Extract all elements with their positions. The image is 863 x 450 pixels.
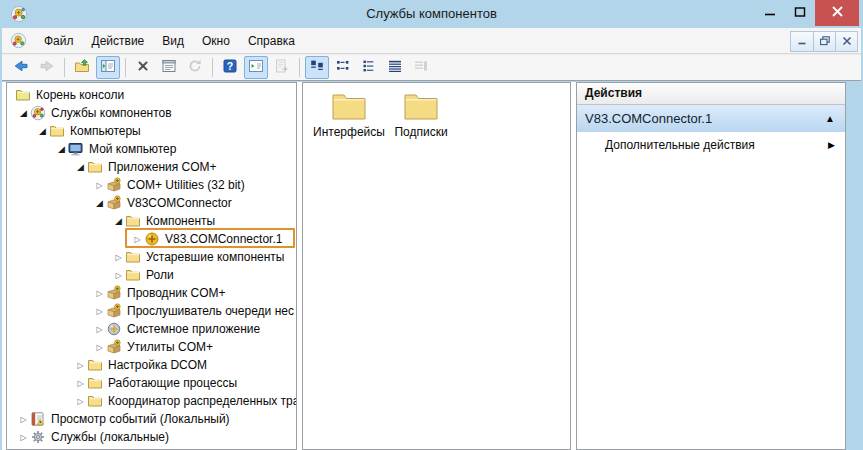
menu-bar: ФайлДействиеВидОкноСправка (2, 28, 861, 54)
tree-item-label: Компоненты (146, 214, 215, 228)
tree-item[interactable]: ▷Координатор распределенных тра (7, 392, 296, 410)
new-window-button[interactable] (244, 56, 268, 79)
titlebar[interactable]: Службы компонентов (0, 0, 863, 28)
delete-button[interactable] (131, 56, 155, 79)
tree-item-label: Корень консоли (36, 88, 124, 102)
tree-item[interactable]: ▷COM+ Utilities (32 bit) (7, 176, 296, 194)
main-area: Корень консоли◢Службы компонентов◢Компью… (2, 82, 861, 450)
minimize-button[interactable] (755, 0, 785, 26)
tree-item[interactable]: ▷Прослушиватель очереди нес (7, 302, 296, 320)
back-button[interactable] (9, 56, 33, 79)
tree-item[interactable]: ◢Компоненты (7, 212, 296, 230)
toolbar-separator (125, 58, 126, 77)
large-icons-icon (309, 58, 325, 77)
tree-item-label: Приложения COM+ (108, 160, 217, 174)
tree-item[interactable]: ▷Настройка DCOM (7, 356, 296, 374)
menu-item-3[interactable]: Окно (193, 30, 239, 52)
expander-closed-icon[interactable]: ▷ (112, 253, 125, 262)
tree-item[interactable]: ◢Приложения COM+ (7, 158, 296, 176)
expander-open-icon[interactable]: ◢ (17, 108, 30, 118)
menu-item-1[interactable]: Действие (83, 30, 154, 52)
mdi-minimize-icon (796, 35, 808, 49)
expander-closed-icon[interactable]: ▷ (74, 361, 87, 370)
folder-icon (87, 159, 103, 175)
up-level-button[interactable] (70, 56, 94, 79)
expander-closed-icon[interactable]: ▷ (131, 235, 144, 244)
folder-large-icon (331, 91, 367, 121)
tree-item[interactable]: ▷Утилиты COM+ (7, 338, 296, 356)
console-tree-button[interactable] (96, 56, 120, 79)
expander-closed-icon[interactable]: ▷ (74, 379, 87, 388)
mdi-minimize-button[interactable] (791, 32, 813, 51)
tree-item-label: Роли (146, 268, 174, 282)
tree-item[interactable]: ▷Работающие процессы (7, 374, 296, 392)
tree-item[interactable]: ◢Мой компьютер (7, 140, 296, 158)
expander-open-icon[interactable]: ◢ (74, 162, 87, 172)
tree-item[interactable]: ◢Службы компонентов (7, 104, 296, 122)
expander-closed-icon[interactable]: ▷ (93, 181, 106, 190)
folder-icon (87, 375, 103, 391)
menu-item-4[interactable]: Справка (239, 30, 304, 52)
window-frame (846, 82, 861, 450)
minimize-icon (764, 6, 776, 21)
expander-closed-icon[interactable]: ▷ (17, 433, 30, 442)
tree-item[interactable]: ▷Службы (локальные) (7, 428, 296, 446)
expander-closed-icon[interactable]: ▷ (74, 397, 87, 406)
menu-item-0[interactable]: Файл (35, 30, 83, 52)
expander-closed-icon[interactable]: ▷ (93, 325, 106, 334)
small-icons-button[interactable] (331, 56, 355, 79)
tree-item[interactable]: ▷Роли (7, 266, 296, 284)
expander-closed-icon[interactable]: ▷ (112, 271, 125, 280)
toolbar-separator (212, 58, 213, 77)
console-tree-panel: Корень консоли◢Службы компонентов◢Компью… (6, 82, 297, 450)
toolbar-separator (299, 58, 300, 77)
expander-closed-icon[interactable]: ▷ (17, 415, 30, 424)
action-item[interactable]: Дополнительные действия▶ (577, 132, 845, 157)
console-app-icon (10, 32, 27, 49)
tree-item[interactable]: Корень консоли (7, 86, 296, 104)
tree-item-label: Проводник COM+ (127, 286, 226, 300)
mdi-restore-button[interactable] (813, 32, 835, 51)
expander-open-icon[interactable]: ◢ (36, 126, 49, 136)
tree-item[interactable]: ◢V83COMConnector (7, 194, 296, 212)
help-button[interactable]: ? (218, 56, 242, 79)
mdi-close-button[interactable] (835, 32, 857, 51)
expander-open-icon[interactable]: ◢ (93, 198, 106, 208)
services-icon (30, 429, 46, 445)
details-view-button[interactable] (383, 56, 407, 79)
expander-open-icon[interactable]: ◢ (112, 216, 125, 226)
collapse-up-icon[interactable]: ▲ (825, 113, 835, 124)
submenu-arrow-icon: ▶ (828, 140, 835, 150)
status-icon (413, 58, 429, 77)
folder-icon (125, 213, 141, 229)
tree-item[interactable]: ▷Проводник COM+ (7, 284, 296, 302)
list-view-button[interactable] (357, 56, 381, 79)
large-icons-button[interactable] (305, 56, 329, 79)
tree-item[interactable]: ▷Устаревшие компоненты (7, 248, 296, 266)
expander-closed-icon[interactable]: ▷ (93, 343, 106, 352)
com-app-icon (106, 195, 122, 211)
expander-open-icon[interactable]: ◢ (55, 144, 68, 154)
expander-closed-icon[interactable]: ▷ (93, 307, 106, 316)
properties-button[interactable] (157, 56, 181, 79)
content-item[interactable]: Интерфейсы (313, 91, 385, 139)
actions-section-header[interactable]: V83.COMConnector.1 ▲ (577, 105, 845, 132)
delete-icon (135, 58, 151, 77)
tree-item[interactable]: ◢Компьютеры (7, 122, 296, 140)
content-item[interactable]: Подписки (385, 91, 457, 139)
expander-closed-icon[interactable]: ▷ (93, 289, 106, 298)
tree-item[interactable]: ▷Системное приложение (7, 320, 296, 338)
computer-icon (68, 141, 84, 157)
tree-item[interactable]: ▷Просмотр событий (Локальный) (7, 410, 296, 428)
maximize-button[interactable] (785, 0, 815, 26)
menu-item-2[interactable]: Вид (153, 30, 193, 52)
close-button[interactable] (815, 0, 859, 26)
small-icons-icon (335, 58, 351, 77)
folder-large-icon (403, 91, 439, 121)
actions-panel: Действия V83.COMConnector.1 ▲ Дополнител… (576, 82, 846, 450)
new-window-icon (248, 58, 264, 77)
mdi-window-buttons (790, 31, 858, 52)
back-icon (13, 58, 29, 77)
tree-item-label: Устаревшие компоненты (146, 250, 284, 264)
tree-item[interactable]: ▷V83.COMConnector.1 (7, 230, 296, 248)
